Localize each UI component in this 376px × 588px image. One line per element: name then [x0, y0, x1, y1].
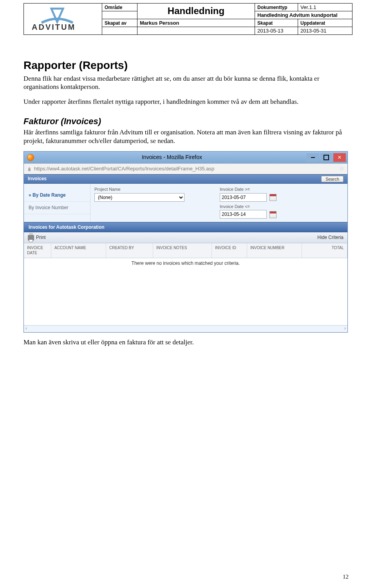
version: Ver.1.1 — [298, 4, 352, 11]
advitum-logo: ADVITUM — [28, 5, 98, 33]
browser-window: Invoices - Mozilla Firefox https://ww4.a… — [24, 151, 348, 333]
paragraph: Här återfinns samtliga fakturor från Adv… — [24, 128, 352, 145]
col-total[interactable]: TOTAL — [302, 243, 347, 258]
project-name-select[interactable]: (None) — [94, 193, 184, 202]
main-title: Handledning — [168, 5, 224, 16]
page-number: 12 — [343, 574, 349, 580]
invoice-date-le-field: Invoice Date <= — [220, 204, 314, 219]
printer-icon — [28, 235, 34, 241]
paragraph: Under rapporter återfinns flertalet nytt… — [24, 98, 352, 106]
dokumenttyp-label: Dokumenttyp — [257, 5, 287, 10]
col-created-by[interactable]: CREATED BY — [106, 243, 153, 258]
col-invoice-number[interactable]: INVOICE NUMBER — [247, 243, 302, 258]
lock-icon — [27, 166, 32, 171]
hide-criteria-link[interactable]: Hide Criteria — [317, 235, 343, 241]
heading-rapporter: Rapporter (Reports) — [24, 58, 352, 72]
skapat-label: Skapat — [257, 20, 273, 26]
omrade-label: Område — [105, 5, 122, 10]
skapat-av: Markus Persson — [137, 19, 255, 27]
window-title: Invoices - Mozilla Firefox — [37, 154, 307, 161]
sidebar-item-by-date-range[interactable]: By Date Range — [24, 189, 90, 202]
calendar-icon[interactable] — [269, 194, 277, 201]
section-header-invoices-for: Invoices for Autotask Corporation — [24, 222, 347, 232]
sidebar-item-by-invoice-number[interactable]: By Invoice Number — [24, 202, 90, 214]
table-empty-message: There were no invoices which matched you… — [24, 258, 347, 325]
filter-sidebar: By Date Range By Invoice Number — [24, 184, 90, 222]
maximize-button[interactable] — [320, 153, 333, 162]
invoice-date-ge-field: Invoice Date >= — [220, 187, 314, 202]
skapat-av-label: Skapat av — [105, 20, 127, 26]
logo-cell: ADVITUM — [24, 3, 102, 35]
document-body: Rapporter (Reports) Denna flik har endas… — [0, 35, 376, 347]
col-invoice-notes[interactable]: INVOICE NOTES — [153, 243, 212, 258]
skapat-date: 2013-05-13 — [255, 27, 298, 35]
paragraph: Denna flik har endast vissa medarbetare … — [24, 74, 352, 91]
invoice-date-ge-label: Invoice Date >= — [220, 187, 314, 192]
horizontal-scrollbar[interactable]: ‹ › — [24, 325, 347, 332]
firefox-icon — [27, 154, 34, 161]
minimize-button[interactable] — [307, 153, 319, 162]
panel-header-invoices: Invoices Search — [24, 174, 347, 184]
url-text: https://ww4.autotask.net/ClientPortal/CA… — [34, 166, 214, 172]
subtitle: Handledning Advitum kundportal — [255, 11, 352, 19]
logo-text: ADVITUM — [32, 23, 76, 31]
uppdaterat-date: 2013-05-31 — [298, 27, 352, 35]
col-invoice-date[interactable]: INVOICE DATE — [24, 243, 51, 258]
scroll-left-icon[interactable]: ‹ — [25, 326, 27, 332]
search-button[interactable]: Search — [321, 176, 343, 182]
project-name-label: Project Name — [94, 187, 204, 192]
panel-title: Invoices — [28, 176, 47, 182]
invoice-date-le-label: Invoice Date <= — [220, 204, 314, 210]
window-titlebar[interactable]: Invoices - Mozilla Firefox — [24, 152, 347, 163]
col-invoice-id[interactable]: INVOICE ID — [212, 243, 247, 258]
project-name-field: Project Name (None) — [94, 187, 204, 202]
filter-panel: By Date Range By Invoice Number Project … — [24, 184, 347, 223]
print-button[interactable]: Print — [28, 235, 46, 241]
bookmark-star-icon[interactable]: ☆ — [339, 165, 344, 172]
invoice-date-le-input[interactable] — [220, 210, 267, 219]
uppdaterat-label: Uppdaterat — [300, 20, 325, 26]
scroll-right-icon[interactable]: › — [344, 326, 346, 332]
results-toolbar: Print Hide Criteria — [24, 232, 347, 243]
table-header: INVOICE DATE ACCOUNT NAME CREATED BY INV… — [24, 243, 347, 258]
address-bar[interactable]: https://ww4.autotask.net/ClientPortal/CA… — [24, 163, 347, 174]
close-button[interactable] — [333, 153, 346, 162]
document-header: ADVITUM Område Handledning Dokumenttyp V… — [0, 0, 376, 35]
calendar-icon[interactable] — [269, 211, 277, 218]
paragraph: Man kan även skriva ut eller öppna en fa… — [24, 338, 352, 346]
invoice-date-ge-input[interactable] — [220, 193, 267, 202]
heading-fakturor: Fakturor (Invoices) — [24, 116, 352, 127]
col-account-name[interactable]: ACCOUNT NAME — [51, 243, 106, 258]
